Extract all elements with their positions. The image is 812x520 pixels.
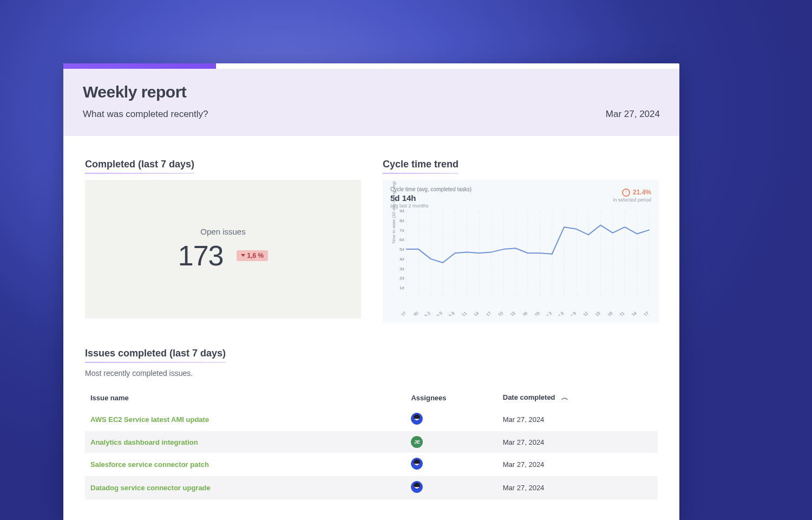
date-completed: Mar 27, 2024 [497, 408, 658, 431]
cycle-time-title: Cycle time trend [383, 159, 459, 172]
svg-text:8d: 8d [400, 218, 404, 223]
open-issues-card: Open issues 173 1,6 % [85, 180, 361, 318]
date-completed: Mar 27, 2024 [497, 431, 658, 453]
assignee-avatar[interactable]: JE [411, 436, 423, 448]
svg-text:Mar 27: Mar 27 [637, 310, 650, 316]
svg-text:Feb 23: Feb 23 [503, 310, 516, 316]
cycle-delta: ↑ 21.4% in selected period [613, 186, 651, 203]
issues-section: Issues completed (last 7 days) Most rece… [85, 348, 658, 499]
svg-text:Feb 11: Feb 11 [455, 310, 468, 316]
issues-subtitle: Most recently completed issues. [85, 369, 658, 378]
svg-text:4d: 4d [400, 257, 404, 262]
trend-down-icon [241, 254, 245, 257]
cycle-chart: Time in state (30 day rolling avg) Jan 2… [395, 210, 651, 316]
svg-text:9d: 9d [400, 210, 404, 213]
page-subtitle: What was completed recently? [83, 109, 208, 120]
svg-text:Mar 21: Mar 21 [612, 310, 626, 316]
issue-link[interactable]: Datadog service connector upgrade [90, 484, 211, 492]
table-row: Analytics dashboard integrationJEMar 27,… [85, 431, 658, 453]
date-completed: Mar 27, 2024 [497, 453, 658, 476]
trend-up-icon: ↑ [622, 188, 630, 197]
svg-text:6d: 6d [400, 237, 404, 242]
svg-text:Mar 15: Mar 15 [588, 310, 601, 316]
col-header-name[interactable]: Issue name [85, 387, 405, 408]
completed-title: Completed (last 7 days) [85, 159, 194, 172]
open-issues-delta-badge: 1,6 % [237, 250, 269, 261]
svg-text:Feb 5: Feb 5 [432, 310, 444, 316]
svg-text:Mar 6: Mar 6 [553, 310, 565, 316]
svg-text:Feb 29: Feb 29 [527, 310, 541, 316]
cycle-meta-label: Cycle time (avg, completed tasks) [390, 186, 472, 192]
svg-text:Mar 24: Mar 24 [624, 310, 638, 316]
assignee-avatar[interactable] [411, 413, 423, 425]
svg-text:5d: 5d [400, 247, 404, 252]
svg-text:Mar 3: Mar 3 [541, 310, 553, 316]
assignee-avatar[interactable] [411, 458, 423, 470]
page-title: Weekly report [83, 83, 660, 101]
table-row: Salesforce service connector patchMar 27… [85, 453, 658, 476]
svg-text:Jan 27: Jan 27 [395, 310, 407, 316]
report-page: Weekly report What was completed recentl… [63, 63, 679, 520]
svg-text:Mar 18: Mar 18 [600, 310, 614, 316]
svg-text:Mar 9: Mar 9 [566, 310, 578, 316]
report-date: Mar 27, 2024 [606, 109, 660, 120]
svg-text:Feb 26: Feb 26 [515, 310, 529, 316]
cycle-time-meta: Cycle time (avg, completed tasks) 5d 14h… [390, 186, 472, 209]
svg-text:Feb 14: Feb 14 [467, 310, 480, 316]
cycle-chart-svg: Jan 27Jan 30Feb 2Feb 5Feb 8Feb 11Feb 14F… [395, 210, 651, 316]
issue-link[interactable]: Salesforce service connector patch [90, 460, 209, 469]
issue-link[interactable]: Analytics dashboard integration [90, 438, 198, 446]
table-row: AWS EC2 Service latest AMI updateMar 27,… [85, 408, 658, 431]
cycle-time-section: Cycle time trend Cycle time (avg, comple… [383, 159, 659, 323]
issues-table: Issue name Assignees Date completed ︿ AW… [85, 387, 658, 499]
svg-text:Feb 20: Feb 20 [491, 310, 505, 316]
cycle-delta-value: 21.4% [633, 188, 651, 196]
report-header: Weekly report What was completed recentl… [63, 69, 679, 136]
svg-text:1d: 1d [400, 285, 404, 290]
col-header-date[interactable]: Date completed ︿ [497, 387, 658, 408]
svg-text:7d: 7d [400, 228, 404, 233]
svg-text:3d: 3d [400, 266, 404, 271]
issue-link[interactable]: AWS EC2 Service latest AMI update [90, 415, 209, 424]
accent-bar [63, 63, 216, 69]
assignee-avatar[interactable] [411, 481, 423, 493]
svg-text:Feb 8: Feb 8 [444, 310, 456, 316]
open-issues-label: Open issues [200, 227, 245, 236]
open-issues-value: 173 [178, 239, 224, 272]
cycle-meta-sub: avg last 2 months [390, 203, 472, 209]
col-header-assignees[interactable]: Assignees [405, 387, 497, 408]
content-area: Completed (last 7 days) Open issues 173 … [63, 136, 679, 499]
svg-text:2d: 2d [400, 276, 404, 281]
completed-section: Completed (last 7 days) Open issues 173 … [85, 159, 361, 323]
open-issues-delta: 1,6 % [247, 252, 264, 259]
date-completed: Mar 27, 2024 [497, 476, 658, 499]
table-row: Datadog service connector upgradeMar 27,… [85, 476, 658, 499]
svg-text:Feb 2: Feb 2 [420, 310, 432, 316]
cycle-delta-sub: in selected period [613, 197, 651, 203]
chart-y-axis-label: Time in state (30 day rolling avg) [391, 181, 396, 244]
cycle-time-card: Cycle time (avg, completed tasks) 5d 14h… [383, 180, 659, 323]
sort-asc-icon: ︿ [561, 393, 568, 401]
issues-title: Issues completed (last 7 days) [85, 348, 226, 361]
svg-text:Mar 12: Mar 12 [576, 310, 590, 316]
cycle-meta-value: 5d 14h [390, 193, 472, 203]
svg-text:Jan 30: Jan 30 [407, 310, 420, 316]
svg-text:Feb 17: Feb 17 [479, 310, 492, 316]
